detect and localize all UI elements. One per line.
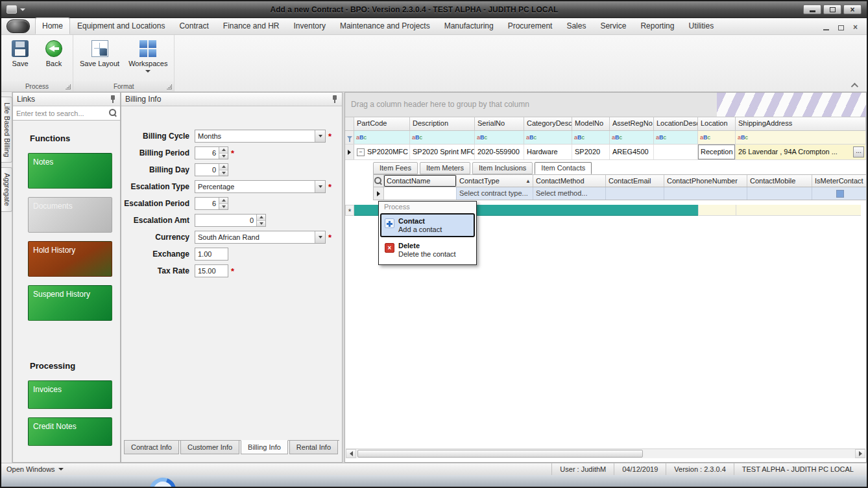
- field-control[interactable]: 15.00: [195, 264, 228, 277]
- mdi-close-icon[interactable]: ×: [853, 25, 858, 30]
- quick-access-caret-icon[interactable]: [20, 8, 25, 11]
- maximize-button[interactable]: [823, 5, 841, 14]
- ribbon-tab[interactable]: Equipment and Locations: [70, 17, 172, 34]
- filter-cell[interactable]: [654, 131, 698, 144]
- detail-tab[interactable]: Item Inclusions: [472, 162, 533, 174]
- ribbon-tab[interactable]: Manufacturing: [437, 17, 501, 34]
- column-header[interactable]: Location: [698, 117, 736, 130]
- function-button[interactable]: Documents: [28, 197, 112, 233]
- field-control[interactable]: South African Rand: [195, 231, 326, 244]
- field-control[interactable]: 6: [195, 197, 228, 210]
- dropdown-button[interactable]: [315, 231, 325, 243]
- spin-up-button[interactable]: [219, 198, 228, 204]
- ribbon-tab[interactable]: Inventory: [287, 17, 333, 34]
- detail-column-header[interactable]: ContactName: [384, 175, 457, 187]
- grid-cell[interactable]: SP2020: [572, 145, 610, 159]
- billing-tab[interactable]: Billing Info: [241, 440, 288, 454]
- filter-cell[interactable]: [698, 131, 736, 144]
- column-header[interactable]: ShippingAddress: [736, 117, 866, 130]
- detail-column-header[interactable]: ContactMobile: [747, 175, 812, 187]
- scroll-right-button[interactable]: [855, 449, 865, 458]
- field-control[interactable]: Months: [195, 130, 326, 143]
- contact-mobile-cell[interactable]: [747, 187, 812, 200]
- search-input[interactable]: [13, 110, 109, 117]
- contact-type-cell[interactable]: Select contract type...: [457, 187, 533, 200]
- ribbon-button[interactable]: Back: [38, 38, 70, 69]
- grid-cell[interactable]: SP2020MFC: [354, 145, 410, 159]
- contact-email-cell[interactable]: [606, 187, 664, 200]
- ribbon-tab[interactable]: Sales: [559, 17, 593, 34]
- detail-column-header[interactable]: ContactMethod: [533, 175, 606, 187]
- spinner-buttons[interactable]: [219, 164, 228, 176]
- filter-cell[interactable]: [610, 131, 654, 144]
- detail-column-header[interactable]: IsMeterContact: [812, 175, 867, 187]
- ribbon-button[interactable]: Save Layout: [76, 38, 123, 69]
- field-control[interactable]: 1.00: [195, 248, 228, 261]
- contact-phone-cell[interactable]: [664, 187, 747, 200]
- spinner-buttons[interactable]: [219, 147, 228, 159]
- grid-cell[interactable]: Hardware: [524, 145, 572, 159]
- spin-down-button[interactable]: [219, 170, 228, 176]
- scroll-left-button[interactable]: [346, 449, 356, 458]
- dialog-launcher-icon[interactable]: [66, 84, 71, 89]
- filter-cell[interactable]: [524, 131, 572, 144]
- application-menu-button[interactable]: [6, 19, 30, 33]
- checkbox-icon[interactable]: [836, 190, 844, 198]
- new-row-location-cell[interactable]: [698, 205, 736, 216]
- detail-column-header[interactable]: ContactEmail: [606, 175, 664, 187]
- spin-up-button[interactable]: [257, 215, 265, 221]
- app-icon[interactable]: [6, 5, 17, 14]
- dialog-launcher-icon[interactable]: [167, 84, 172, 89]
- ribbon-tab[interactable]: Procurement: [501, 17, 560, 34]
- mdi-minimize-icon[interactable]: [823, 29, 829, 30]
- side-vertical-tab[interactable]: Life Based Billing: [1, 97, 12, 163]
- filter-cell[interactable]: [354, 131, 410, 144]
- column-header[interactable]: ModelNo: [572, 117, 610, 130]
- mdi-restore-icon[interactable]: [838, 25, 844, 30]
- ribbon-button[interactable]: Save: [4, 38, 36, 69]
- new-row-shipping-cell[interactable]: [736, 205, 861, 216]
- column-header[interactable]: CategoryDesc: [524, 117, 572, 130]
- filter-cell[interactable]: [475, 131, 524, 144]
- ribbon-tab[interactable]: Maintenance and Projects: [333, 17, 437, 34]
- ribbon-collapse-icon[interactable]: [849, 82, 859, 89]
- ribbon-tab[interactable]: Reporting: [633, 17, 681, 34]
- filter-cell[interactable]: [572, 131, 610, 144]
- scrollbar-thumb[interactable]: [357, 450, 643, 458]
- filter-cell[interactable]: [736, 131, 866, 144]
- column-header[interactable]: PartCode: [354, 117, 410, 130]
- grid-cell[interactable]: Reception: [698, 145, 736, 159]
- contact-name-cell[interactable]: [384, 187, 457, 200]
- spin-up-button[interactable]: [219, 147, 228, 154]
- filter-cell[interactable]: [410, 131, 475, 144]
- field-control[interactable]: 6: [195, 146, 228, 159]
- function-button[interactable]: Credit Notes: [28, 417, 112, 446]
- horizontal-scrollbar[interactable]: [346, 448, 865, 458]
- spin-down-button[interactable]: [257, 221, 265, 227]
- detail-column-header[interactable]: ContactPhoneNumber: [664, 175, 747, 187]
- detail-column-header[interactable]: ContactType: [457, 175, 533, 187]
- function-button[interactable]: Hold History: [28, 241, 112, 277]
- ribbon-tab[interactable]: Home: [35, 17, 70, 34]
- column-header[interactable]: LocationDesc: [654, 117, 698, 130]
- grid-cell[interactable]: 2020-559900: [475, 145, 524, 159]
- close-button[interactable]: ×: [843, 5, 862, 14]
- ellipsis-button[interactable]: ...: [853, 146, 864, 157]
- column-header[interactable]: Description: [410, 117, 475, 130]
- spin-down-button[interactable]: [219, 204, 228, 210]
- minimize-button[interactable]: [803, 5, 821, 14]
- detail-tab[interactable]: Item Meters: [420, 162, 470, 174]
- spin-down-button[interactable]: [219, 154, 228, 159]
- search-icon[interactable]: [374, 177, 383, 185]
- spin-up-button[interactable]: [219, 164, 228, 170]
- detail-tab[interactable]: Item Fees: [373, 162, 418, 174]
- column-header[interactable]: SerialNo: [475, 117, 524, 130]
- grid-cell[interactable]: 26 Lavendar , 94A Crompton ...: [736, 145, 866, 159]
- ribbon-tab[interactable]: Finance and HR: [216, 17, 287, 34]
- ribbon-tab[interactable]: Contract: [172, 17, 215, 34]
- billing-tab[interactable]: Contract Info: [124, 441, 179, 454]
- pin-icon[interactable]: [332, 95, 338, 104]
- column-header[interactable]: AssetRegNo: [610, 117, 654, 130]
- detail-tab[interactable]: Item Contacts: [535, 162, 592, 174]
- field-control[interactable]: 0: [195, 214, 266, 227]
